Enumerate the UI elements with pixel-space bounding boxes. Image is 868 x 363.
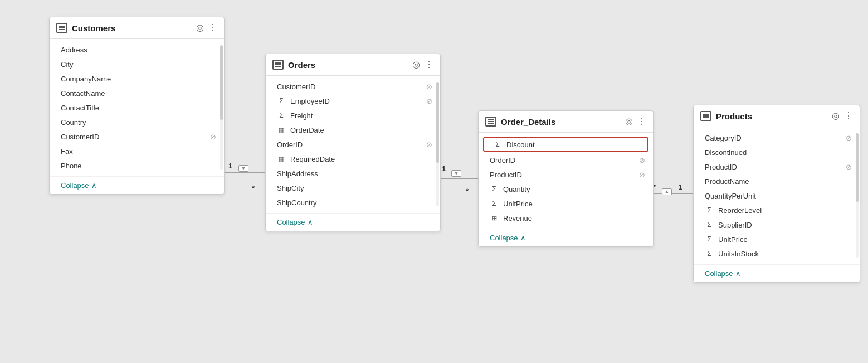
order-details-eye-icon[interactable]: ◎ (625, 117, 633, 126)
field-companyname: CompanyName (50, 71, 224, 86)
orders-header: Orders ◎ ⋮ (266, 54, 440, 76)
field-p-categoryid: CategoryID ⊘ (694, 130, 860, 145)
products-scrollbar-thumb (856, 133, 859, 202)
connector-arrow-1: ▼ (238, 165, 248, 172)
connector-arrow-2: ▼ (451, 170, 461, 177)
products-title: Products (716, 112, 827, 121)
products-collapse[interactable]: Collapse ∧ (694, 264, 860, 282)
sigma-icon-reorderlevel: Σ (705, 206, 714, 214)
order-details-table: Order_Details ◎ ⋮ Σ Discount OrderID ⊘ P… (478, 110, 654, 247)
orders-eye-icon[interactable]: ◎ (412, 60, 420, 69)
field-od-quantity: Σ Quantity (479, 182, 653, 196)
connector-arrow-3: ▲ (662, 188, 672, 195)
field-phone: Phone (50, 158, 224, 173)
sigma-icon-employeeid: Σ (277, 97, 286, 105)
field-contacttitle: ContactTitle (50, 100, 224, 115)
products-table: Products ◎ ⋮ CategoryID ⊘ Discontinued P… (693, 105, 860, 283)
field-p-productname: ProductName (694, 174, 860, 188)
sigma-icon-unitprice: Σ (490, 200, 499, 207)
od-orderid-hidden[interactable]: ⊘ (639, 156, 645, 164)
field-p-unitprice: Σ UnitPrice (694, 232, 860, 246)
customers-eye-icon[interactable]: ◎ (196, 23, 204, 32)
connector-badge-1b: 1 (442, 164, 446, 173)
customers-table-icon (56, 23, 67, 33)
orders-employeeid-hidden[interactable]: ⊘ (426, 97, 432, 105)
customers-collapse-icon: ∧ (91, 181, 97, 190)
connector-badge-1a: 1 (228, 162, 232, 170)
customerid-hidden-icon[interactable]: ⊘ (210, 133, 216, 141)
field-p-unitsinstock: Σ UnitsInStock (694, 246, 860, 261)
customers-collapse[interactable]: Collapse ∧ (50, 176, 224, 194)
field-customerid: CustomerID ⊘ (50, 129, 224, 144)
order-details-header: Order_Details ◎ ⋮ (479, 111, 653, 133)
order-details-title: Order_Details (501, 117, 621, 127)
p-categoryid-hidden[interactable]: ⊘ (846, 134, 852, 142)
field-orders-shipcountry: ShipCountry (266, 195, 440, 210)
orders-table: Orders ◎ ⋮ CustomerID ⊘ Σ EmployeeID ⊘ Σ… (265, 54, 441, 231)
products-table-icon (700, 111, 711, 121)
field-od-revenue: ⊞ Revenue (479, 211, 653, 225)
orders-scrollbar-track[interactable] (436, 82, 439, 206)
sigma-icon-supplierid: Σ (705, 221, 714, 229)
customers-table: Customers ◎ ⋮ Address City CompanyName C… (49, 17, 225, 195)
od-productid-hidden[interactable]: ⊘ (639, 171, 645, 179)
field-orders-freight: Σ Freight (266, 108, 440, 123)
field-orders-employeeid: Σ EmployeeID ⊘ (266, 94, 440, 108)
products-more-icon[interactable]: ⋮ (844, 112, 853, 120)
field-od-orderid: OrderID ⊘ (479, 153, 653, 167)
sigma-icon-freight: Σ (277, 112, 286, 119)
field-od-productid: ProductID ⊘ (479, 167, 653, 182)
customers-fields: Address City CompanyName ContactName Con… (50, 39, 224, 176)
order-details-more-icon[interactable]: ⋮ (637, 117, 646, 126)
field-address: Address (50, 42, 224, 57)
field-orders-orderdate: ▦ OrderDate (266, 123, 440, 137)
field-orders-orderid: OrderID ⊘ (266, 137, 440, 152)
customers-scrollbar-track[interactable] (220, 45, 223, 170)
orders-orderid-hidden[interactable]: ⊘ (426, 141, 432, 149)
order-details-fields: Σ Discount OrderID ⊘ ProductID ⊘ Σ Quant… (479, 133, 653, 229)
sigma-icon-unitsinstock: Σ (705, 250, 714, 258)
orders-customerid-hidden[interactable]: ⊘ (426, 83, 432, 91)
orders-header-actions: ◎ ⋮ (412, 60, 433, 69)
orders-more-icon[interactable]: ⋮ (425, 60, 433, 69)
field-fax: Fax (50, 144, 224, 158)
field-od-unitprice: Σ UnitPrice (479, 196, 653, 211)
orders-scrollbar-thumb (436, 82, 439, 163)
order-details-collapse[interactable]: Collapse ∧ (479, 229, 653, 246)
field-discount: Σ Discount (483, 137, 648, 152)
field-p-reorderlevel: Σ ReorderLevel (694, 203, 860, 217)
customers-header-actions: ◎ ⋮ (196, 23, 217, 32)
orders-fields: CustomerID ⊘ Σ EmployeeID ⊘ Σ Freight ▦ … (266, 76, 440, 213)
p-productid-hidden[interactable]: ⊘ (846, 163, 852, 171)
field-p-productid: ProductID ⊘ (694, 159, 860, 174)
products-scrollbar-track[interactable] (856, 133, 859, 258)
customers-scrollbar-thumb (220, 45, 223, 120)
orders-collapse-icon: ∧ (308, 218, 313, 226)
sigma-icon-discount: Σ (493, 141, 502, 148)
customers-title: Customers (72, 23, 192, 33)
sigma-icon-p-unitprice: Σ (705, 235, 714, 243)
customers-header: Customers ◎ ⋮ (50, 17, 224, 39)
calendar-icon-orderdate: ▦ (277, 127, 286, 134)
field-orders-requireddate: ▦ RequiredDate (266, 152, 440, 166)
products-eye-icon[interactable]: ◎ (832, 112, 840, 120)
connector-badge-star-1: * (252, 184, 255, 192)
orders-collapse[interactable]: Collapse ∧ (266, 213, 440, 231)
products-header-actions: ◎ ⋮ (832, 112, 853, 120)
field-orders-shipcity: ShipCity (266, 181, 440, 195)
diagram-canvas: 1 ▼ * 1 ▼ * * ▲ 1 Customers ◎ ⋮ Address … (0, 0, 868, 363)
field-contactname: ContactName (50, 86, 224, 100)
field-p-discontinued: Discontinued (694, 145, 860, 159)
grid-icon-revenue: ⊞ (490, 215, 499, 222)
calendar-icon-requireddate: ▦ (277, 156, 286, 163)
field-city: City (50, 57, 224, 71)
field-orders-customerid: CustomerID ⊘ (266, 79, 440, 94)
field-orders-shipaddress: ShipAddress (266, 166, 440, 181)
customers-more-icon[interactable]: ⋮ (208, 23, 217, 32)
sigma-icon-quantity: Σ (490, 185, 499, 193)
field-country: Country (50, 115, 224, 129)
products-header: Products ◎ ⋮ (694, 105, 860, 127)
orders-title: Orders (288, 60, 408, 70)
products-fields: CategoryID ⊘ Discontinued ProductID ⊘ Pr… (694, 127, 860, 264)
products-collapse-icon: ∧ (735, 269, 741, 278)
